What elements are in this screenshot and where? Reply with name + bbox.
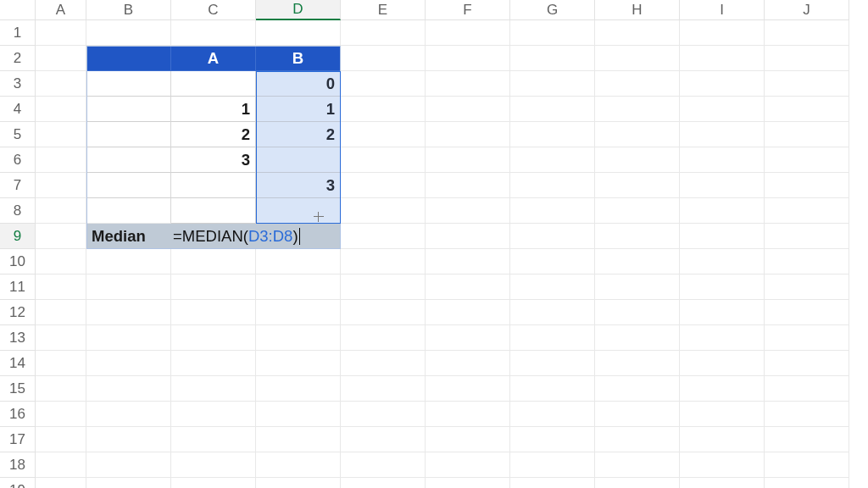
row-header-4[interactable]: 4 xyxy=(0,97,36,122)
cell-E8[interactable] xyxy=(341,198,426,224)
cell-G14[interactable] xyxy=(510,351,595,376)
cell-I16[interactable] xyxy=(680,402,765,427)
cell-G1[interactable] xyxy=(510,20,595,46)
cell-A3[interactable] xyxy=(36,71,86,97)
cell-C19[interactable] xyxy=(171,478,256,488)
cell-F19[interactable] xyxy=(426,478,510,488)
cell-I18[interactable] xyxy=(680,452,765,478)
cell-A13[interactable] xyxy=(36,325,86,351)
table-B-6[interactable] xyxy=(256,147,341,173)
cell-C13[interactable] xyxy=(171,325,256,351)
cell-C10[interactable] xyxy=(171,249,256,274)
cell-B14[interactable] xyxy=(86,351,171,376)
cell-I10[interactable] xyxy=(680,249,765,274)
cell-I12[interactable] xyxy=(680,300,765,325)
cell-G5[interactable] xyxy=(510,122,595,147)
cell-A8[interactable] xyxy=(36,198,86,224)
table-B-5[interactable]: 2 xyxy=(256,122,341,147)
cell-H16[interactable] xyxy=(595,402,680,427)
cell-I9[interactable] xyxy=(680,224,765,249)
row-header-13[interactable]: 13 xyxy=(0,325,36,351)
row-header-3[interactable]: 3 xyxy=(0,71,36,97)
cell-I1[interactable] xyxy=(680,20,765,46)
cell-A15[interactable] xyxy=(36,376,86,402)
cell-B19[interactable] xyxy=(86,478,171,488)
cell-H12[interactable] xyxy=(595,300,680,325)
cell-E18[interactable] xyxy=(341,452,426,478)
cell-A18[interactable] xyxy=(36,452,86,478)
cell-F1[interactable] xyxy=(426,20,510,46)
cell-A17[interactable] xyxy=(36,427,86,452)
table-A-5[interactable]: 2 xyxy=(171,122,256,147)
row-header-9[interactable]: 9 xyxy=(0,224,36,249)
cell-J8[interactable] xyxy=(765,198,849,224)
table-B-4[interactable]: 1 xyxy=(256,97,341,122)
cell-G17[interactable] xyxy=(510,427,595,452)
cell-I11[interactable] xyxy=(680,274,765,300)
cell-F4[interactable] xyxy=(426,97,510,122)
cell-H7[interactable] xyxy=(595,173,680,198)
cell-G8[interactable] xyxy=(510,198,595,224)
cell-F6[interactable] xyxy=(426,147,510,173)
cell-A10[interactable] xyxy=(36,249,86,274)
cell-D16[interactable] xyxy=(256,402,341,427)
cell-H6[interactable] xyxy=(595,147,680,173)
cell-A4[interactable] xyxy=(36,97,86,122)
cell-G16[interactable] xyxy=(510,402,595,427)
cell-E5[interactable] xyxy=(341,122,426,147)
col-header-H[interactable]: H xyxy=(595,0,680,20)
col-header-C[interactable]: C xyxy=(171,0,256,20)
cell-C17[interactable] xyxy=(171,427,256,452)
cell-G3[interactable] xyxy=(510,71,595,97)
cell-A14[interactable] xyxy=(36,351,86,376)
cell-H1[interactable] xyxy=(595,20,680,46)
cell-I2[interactable] xyxy=(680,46,765,71)
cell-F17[interactable] xyxy=(426,427,510,452)
row-header-15[interactable]: 15 xyxy=(0,376,36,402)
cell-H19[interactable] xyxy=(595,478,680,488)
cell-G13[interactable] xyxy=(510,325,595,351)
cell-H10[interactable] xyxy=(595,249,680,274)
cell-D12[interactable] xyxy=(256,300,341,325)
cell-J12[interactable] xyxy=(765,300,849,325)
cell-B12[interactable] xyxy=(86,300,171,325)
cell-F14[interactable] xyxy=(426,351,510,376)
cell-E7[interactable] xyxy=(341,173,426,198)
cell-G6[interactable] xyxy=(510,147,595,173)
cell-F15[interactable] xyxy=(426,376,510,402)
cell-J3[interactable] xyxy=(765,71,849,97)
cell-E19[interactable] xyxy=(341,478,426,488)
cell-H3[interactable] xyxy=(595,71,680,97)
table-A-7[interactable] xyxy=(171,173,256,198)
cell-G15[interactable] xyxy=(510,376,595,402)
cell-A1[interactable] xyxy=(36,20,86,46)
cell-C16[interactable] xyxy=(171,402,256,427)
cell-E2[interactable] xyxy=(341,46,426,71)
cell-H13[interactable] xyxy=(595,325,680,351)
cell-J6[interactable] xyxy=(765,147,849,173)
cell-G2[interactable] xyxy=(510,46,595,71)
cell-F2[interactable] xyxy=(426,46,510,71)
table-A-6[interactable]: 3 xyxy=(171,147,256,173)
col-header-F[interactable]: F xyxy=(426,0,510,20)
cell-E1[interactable] xyxy=(341,20,426,46)
row-header-8[interactable]: 8 xyxy=(0,198,36,224)
cell-D15[interactable] xyxy=(256,376,341,402)
cell-J7[interactable] xyxy=(765,173,849,198)
cell-F13[interactable] xyxy=(426,325,510,351)
row-header-6[interactable]: 6 xyxy=(0,147,36,173)
cell-H14[interactable] xyxy=(595,351,680,376)
cell-F3[interactable] xyxy=(426,71,510,97)
cell-E11[interactable] xyxy=(341,274,426,300)
cell-C14[interactable] xyxy=(171,351,256,376)
cell-A16[interactable] xyxy=(36,402,86,427)
formula-cell[interactable]: =MEDIAN(D3:D8) xyxy=(171,224,341,249)
cell-D14[interactable] xyxy=(256,351,341,376)
cell-H15[interactable] xyxy=(595,376,680,402)
cell-E14[interactable] xyxy=(341,351,426,376)
row-header-1[interactable]: 1 xyxy=(0,20,36,46)
cell-I4[interactable] xyxy=(680,97,765,122)
cell-B1[interactable] xyxy=(86,20,171,46)
cell-G7[interactable] xyxy=(510,173,595,198)
cell-I8[interactable] xyxy=(680,198,765,224)
